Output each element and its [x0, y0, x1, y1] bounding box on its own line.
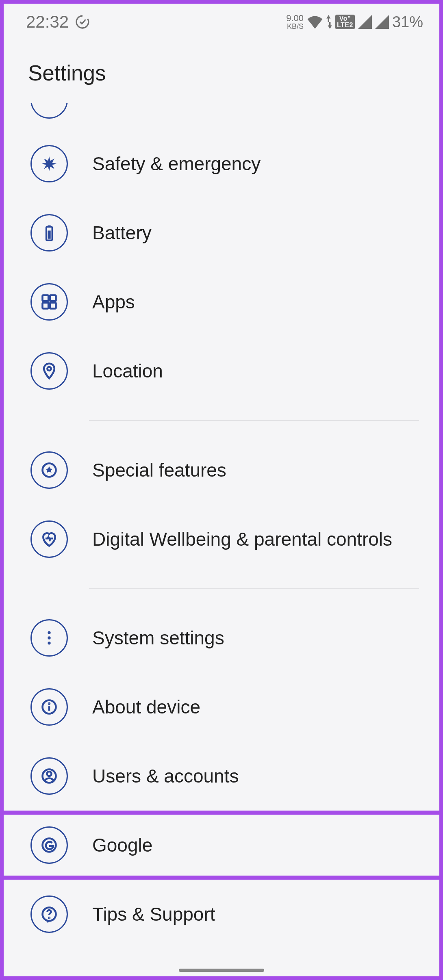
settings-item-special[interactable]: Special features [4, 436, 439, 505]
settings-item-apps[interactable]: Apps [4, 267, 439, 336]
settings-item-safety[interactable]: Safety & emergency [4, 129, 439, 198]
svg-point-7 [47, 367, 51, 371]
settings-list: Safety & emergency Battery Apps Location [4, 103, 439, 949]
data-arrows-icon [326, 15, 332, 29]
settings-item-label: Google [92, 834, 152, 856]
settings-item-label: Tips & Support [92, 903, 215, 925]
settings-item-label: Users & accounts [92, 765, 239, 787]
apps-icon [30, 283, 68, 321]
volte-indicator: Vo" LTE2 [335, 15, 355, 29]
info-icon [30, 688, 68, 726]
battery-percentage: 31% [392, 13, 423, 31]
user-icon [30, 757, 68, 795]
page-title: Settings [28, 61, 415, 85]
wifi-icon [307, 15, 323, 29]
settings-item-tips[interactable]: Tips & Support [4, 880, 439, 949]
settings-item-label: Battery [92, 222, 152, 244]
settings-item-system[interactable]: System settings [4, 603, 439, 672]
settings-item-users[interactable]: Users & accounts [4, 742, 439, 811]
svg-rect-5 [43, 303, 49, 309]
settings-item-google[interactable]: Google [4, 811, 439, 880]
svg-point-19 [49, 917, 50, 918]
dots-vertical-icon [30, 619, 68, 657]
page-header: Settings [4, 40, 439, 103]
settings-item-about[interactable]: About device [4, 672, 439, 742]
settings-item-label: Apps [92, 291, 135, 313]
settings-item-label: Special features [92, 459, 226, 481]
svg-rect-2 [48, 231, 50, 239]
svg-rect-4 [50, 295, 56, 301]
signal-icon [358, 15, 372, 29]
divider [89, 588, 419, 589]
star-circle-icon [30, 451, 68, 489]
svg-point-9 [48, 631, 50, 634]
settings-item-label: Digital Wellbeing & parental controls [92, 528, 392, 550]
checkmark-circle-icon [75, 15, 90, 29]
settings-item-label: Location [92, 360, 163, 382]
settings-item-label: System settings [92, 627, 224, 649]
heart-icon [30, 520, 68, 558]
divider [89, 420, 419, 421]
svg-point-14 [49, 703, 50, 704]
svg-rect-1 [48, 225, 50, 227]
settings-item-label: About device [92, 696, 200, 718]
google-icon [30, 826, 68, 864]
network-speed-indicator: 9.00 KB/S [286, 14, 304, 30]
svg-point-10 [48, 636, 50, 639]
home-indicator[interactable] [179, 969, 264, 972]
battery-icon [30, 214, 68, 252]
svg-rect-3 [43, 295, 49, 301]
settings-item-wellbeing[interactable]: Digital Wellbeing & parental controls [4, 505, 439, 574]
svg-point-11 [48, 642, 50, 644]
status-bar: 22:32 9.00 KB/S Vo" LTE2 31% [4, 4, 439, 40]
asterisk-icon [30, 145, 68, 182]
status-time: 22:32 [26, 12, 69, 32]
location-icon [30, 352, 68, 390]
settings-item-location[interactable]: Location [4, 336, 439, 405]
settings-item-label: Safety & emergency [92, 153, 261, 175]
settings-item-battery[interactable]: Battery [4, 198, 439, 267]
svg-point-16 [47, 772, 52, 776]
svg-rect-6 [50, 303, 56, 309]
help-icon [30, 895, 68, 933]
signal-icon [375, 15, 389, 29]
